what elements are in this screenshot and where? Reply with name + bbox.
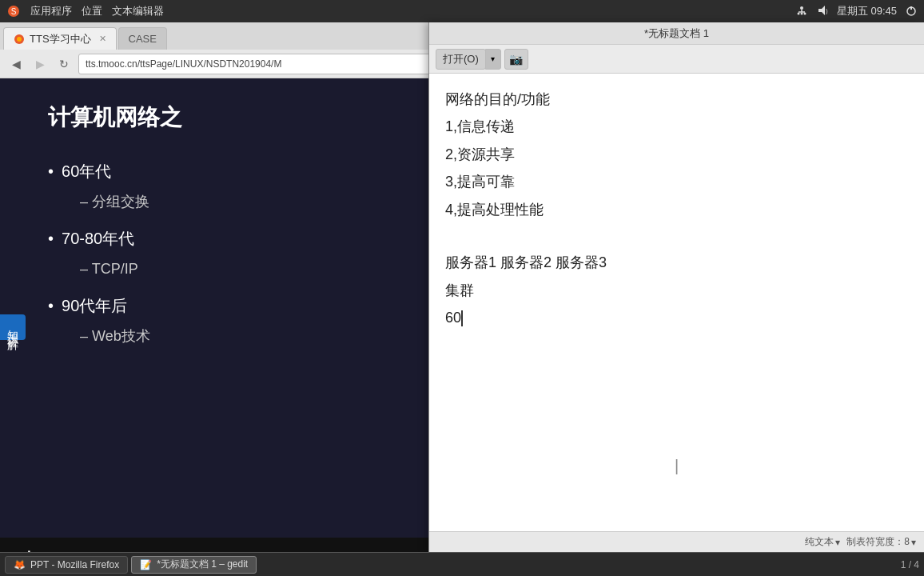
system-time: 星期五 09:45 — [837, 4, 897, 18]
network-icon — [795, 4, 808, 19]
menu-item-location[interactable]: 位置 — [82, 4, 102, 18]
svg-point-2 — [800, 6, 803, 10]
bullet-label-3: 90代年后 — [62, 290, 127, 322]
knowledge-tab[interactable]: 知识讲解 — [0, 314, 26, 340]
svg-text:): ) — [826, 7, 828, 14]
editor-statusbar: 纯文本 ▾ 制表符宽度：8 ▾ — [429, 531, 924, 552]
taskbar-item-firefox[interactable]: 🦊 PPT - Mozilla Firefox — [5, 556, 128, 574]
taskbar-item-gedit[interactable]: 📝 *无标题文档 1 – gedit — [131, 556, 257, 574]
svg-point-7 — [803, 12, 806, 14]
tabwidth-label: 制表符宽度：8 — [846, 535, 910, 549]
svg-point-13 — [17, 37, 22, 42]
power-icon[interactable] — [905, 4, 918, 19]
taskbar-page: 1 / 4 — [901, 559, 919, 570]
plaintext-dropdown[interactable]: 纯文本 ▾ — [805, 535, 840, 549]
taskbar: 🦊 PPT - Mozilla Firefox 📝 *无标题文档 1 – ged… — [0, 552, 924, 576]
editor-line-4: 4,提高处理性能 — [445, 197, 908, 222]
svg-point-5 — [797, 12, 799, 14]
text-caret-display: | — [675, 451, 679, 480]
back-button[interactable]: ◀ — [6, 54, 26, 74]
system-bar-right: ) 星期五 09:45 — [795, 4, 918, 19]
firefox-icon — [14, 34, 25, 45]
editor-content[interactable]: 网络的目的/功能 1,信息传递 2,资源共享 3,提高可靠 4,提高处理性能 服… — [429, 74, 924, 531]
tab-tts[interactable]: TTS学习中心 ✕ — [3, 27, 117, 50]
svg-text:S: S — [11, 7, 17, 16]
bullet-dot-2: • — [48, 222, 54, 254]
menu-item-apps[interactable]: 应用程序 — [30, 4, 72, 18]
bullet-sub-label-1: – 分组交换 — [80, 194, 149, 210]
firefox-taskbar-label: PPT - Mozilla Firefox — [30, 559, 119, 570]
firefox-taskbar-icon: 🦊 — [14, 559, 26, 570]
slide-title: 计算机网络之 — [48, 105, 182, 130]
editor-line-3: 3,提高可靠 — [445, 169, 908, 194]
gedit-taskbar-label: *无标题文档 1 – gedit — [157, 558, 248, 571]
svg-point-6 — [800, 12, 803, 14]
os-logo-icon: S — [6, 4, 21, 18]
system-bar: S 应用程序 位置 文本编辑器 ) 星期五 09:45 — [0, 0, 924, 22]
editor-line-8: 60 — [445, 310, 463, 326]
editor-line-1: 1,信息传递 — [445, 114, 908, 139]
bullet-label-1: 60年代 — [62, 155, 111, 187]
editor-title: *无标题文档 1 — [644, 26, 709, 41]
editor-line-0: 网络的目的/功能 — [445, 86, 908, 112]
open-button-label: 打开(O) — [443, 52, 479, 66]
tabwidth-dropdown[interactable]: 制表符宽度：8 ▾ — [846, 535, 916, 549]
menu-item-editor[interactable]: 文本编辑器 — [112, 4, 164, 18]
editor-window: *无标题文档 1 打开(O) ▾ 📷 网络的目的/功能 1,信息传递 2,资源共… — [428, 22, 924, 552]
system-bar-left: S 应用程序 位置 文本编辑器 — [6, 4, 164, 18]
editor-titlebar: *无标题文档 1 — [429, 22, 924, 45]
editor-line-2: 2,资源共享 — [445, 142, 908, 167]
plaintext-dropdown-arrow: ▾ — [835, 537, 840, 548]
volume-icon: ) — [816, 4, 829, 19]
bullet-sub-label-2: – TCP/IP — [80, 261, 138, 277]
refresh-button[interactable]: ↻ — [54, 54, 74, 74]
bullet-dot-3: • — [48, 290, 54, 322]
camera-button[interactable]: 📷 — [504, 49, 528, 70]
bullet-label-2: 70-80年代 — [62, 222, 134, 254]
editor-line-7: 集群 — [445, 278, 908, 303]
open-button[interactable]: 打开(O) — [436, 49, 486, 70]
tabwidth-dropdown-arrow: ▾ — [911, 537, 916, 548]
cursor-area[interactable]: | — [445, 427, 908, 456]
svg-marker-8 — [818, 6, 825, 15]
editor-line-6: 服务器1 服务器2 服务器3 — [445, 250, 908, 275]
plaintext-label: 纯文本 — [805, 535, 834, 549]
bullet-sub-label-3: – Web技术 — [80, 328, 150, 344]
bullet-dot-1: • — [48, 155, 54, 187]
gedit-taskbar-icon: 📝 — [140, 559, 152, 570]
tab-case[interactable]: CASE — [118, 27, 167, 50]
tab-tts-close[interactable]: ✕ — [99, 34, 106, 44]
tab-case-label: CASE — [129, 33, 157, 45]
open-button-group[interactable]: 打开(O) ▾ — [436, 49, 501, 70]
open-button-dropdown[interactable]: ▾ — [485, 49, 501, 70]
editor-empty-space[interactable] — [445, 331, 908, 427]
text-cursor — [461, 310, 463, 326]
forward-button[interactable]: ▶ — [30, 54, 50, 74]
tab-tts-label: TTS学习中心 — [30, 32, 91, 46]
editor-toolbar: 打开(O) ▾ 📷 — [429, 45, 924, 74]
